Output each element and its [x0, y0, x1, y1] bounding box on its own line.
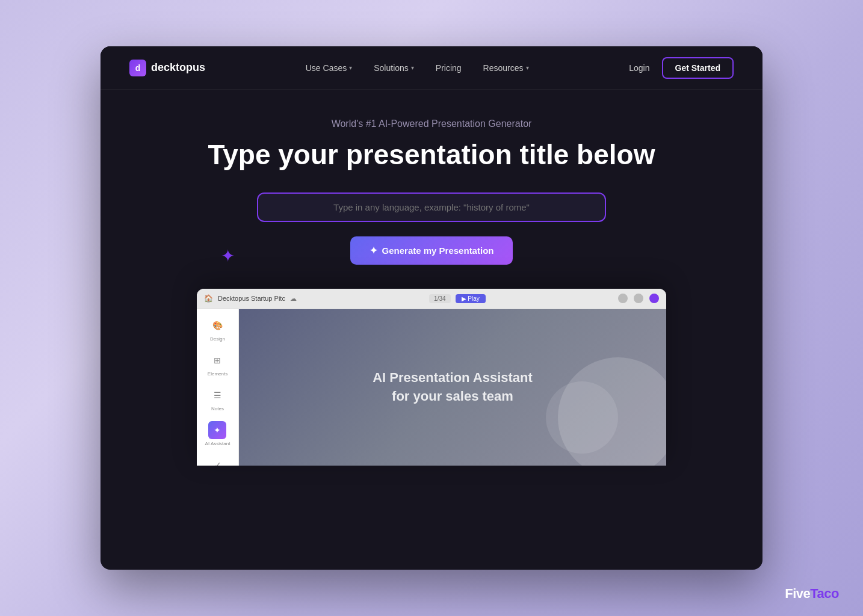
browser-window: d decktopus Use Cases ▾ Solutions ▾ Pric…	[101, 46, 762, 570]
preview-slide: AI Presentation Assistant for your sales…	[239, 309, 666, 466]
elements-icon: ⊞	[208, 351, 226, 369]
design-icon: 🎨	[209, 316, 227, 334]
icon-circle-2	[634, 294, 643, 303]
logo[interactable]: d decktopus	[129, 60, 205, 76]
login-button[interactable]: Login	[629, 63, 649, 73]
sparkle-icon: ✦	[370, 245, 377, 256]
sidebar-elements[interactable]: ⊞ Elements	[208, 351, 227, 377]
brand-icon: ✓	[209, 456, 227, 466]
hero-section: World's #1 AI-Powered Presentation Gener…	[101, 90, 762, 570]
icon-circle-user	[649, 294, 659, 303]
watermark-five: Five	[785, 586, 810, 601]
slide-content: AI Presentation Assistant for your sales…	[373, 369, 533, 406]
nav-use-cases[interactable]: Use Cases ▾	[306, 63, 352, 73]
preview-topbar-right	[618, 294, 659, 303]
nav-solutions[interactable]: Solutions ▾	[374, 63, 414, 73]
sidebar-notes[interactable]: ☰ Notes	[209, 386, 227, 411]
slide-counter: 1/34	[429, 294, 450, 303]
sidebar-brand[interactable]: ✓ Brand	[209, 456, 227, 466]
decorative-star: ✦	[221, 246, 235, 266]
chevron-down-icon: ▾	[411, 64, 414, 71]
search-input[interactable]	[257, 192, 606, 222]
home-icon: 🏠	[204, 294, 213, 303]
nav-actions: Login Get Started	[629, 57, 734, 79]
ai-assistant-icon: ✦	[208, 421, 226, 439]
hero-subtitle: World's #1 AI-Powered Presentation Gener…	[332, 119, 532, 129]
preview-title: Decktopus Startup Pitc	[218, 295, 285, 302]
chevron-down-icon: ▾	[349, 64, 352, 71]
hero-title: Type your presentation title below	[208, 139, 655, 171]
preview-window: 🏠 Decktopus Startup Pitc ☁ 1/34 ▶ Play	[197, 289, 666, 466]
get-started-button[interactable]: Get Started	[662, 57, 734, 79]
preview-body: 🎨 Design ⊞ Elements ☰ Notes ✦ AI Assista…	[197, 309, 666, 466]
watermark: FiveTaco	[785, 586, 839, 602]
save-icon: ☁	[290, 295, 297, 303]
sidebar-design[interactable]: 🎨 Design	[209, 316, 227, 342]
icon-circle-1	[618, 294, 628, 303]
nav-links: Use Cases ▾ Solutions ▾ Pricing Resource…	[306, 63, 529, 73]
chevron-down-icon: ▾	[526, 64, 529, 71]
play-button[interactable]: ▶ Play	[456, 294, 486, 303]
nav-resources[interactable]: Resources ▾	[483, 63, 529, 73]
preview-topbar: 🏠 Decktopus Startup Pitc ☁ 1/34 ▶ Play	[197, 289, 666, 309]
nav-pricing[interactable]: Pricing	[436, 63, 462, 73]
notes-icon: ☰	[209, 386, 227, 404]
preview-topbar-center: 1/34 ▶ Play	[429, 294, 486, 303]
preview-sidebar: 🎨 Design ⊞ Elements ☰ Notes ✦ AI Assista…	[197, 309, 239, 466]
slide-bg-shape-2	[546, 381, 618, 454]
logo-icon: d	[129, 60, 146, 76]
preview-topbar-left: 🏠 Decktopus Startup Pitc ☁	[204, 294, 297, 303]
generate-button[interactable]: ✦ Generate my Presentation	[350, 236, 513, 265]
logo-text: decktopus	[151, 61, 205, 74]
sidebar-ai-assistant[interactable]: ✦ AI Assistant	[205, 421, 230, 446]
navbar: d decktopus Use Cases ▾ Solutions ▾ Pric…	[101, 46, 762, 90]
watermark-taco: Taco	[810, 586, 839, 601]
